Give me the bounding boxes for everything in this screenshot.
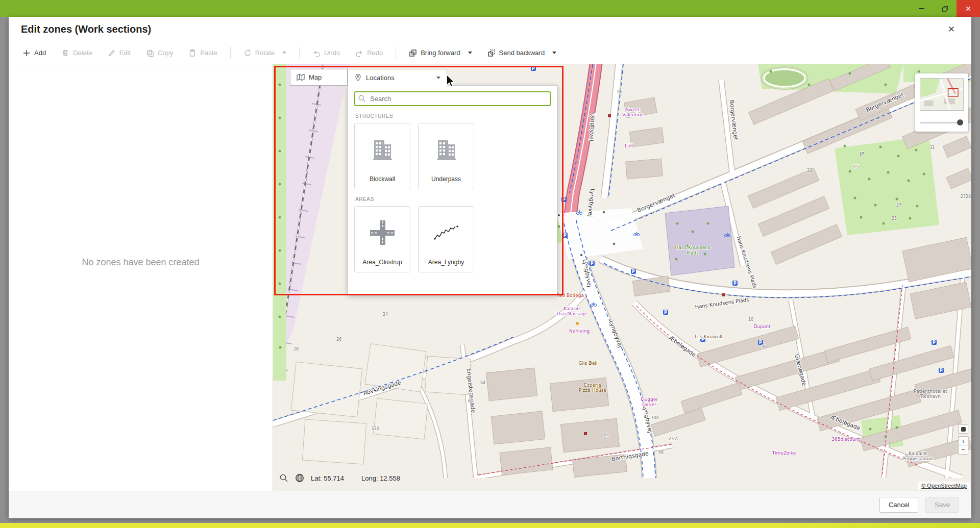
copy-button[interactable]: Copy bbox=[139, 45, 180, 61]
map-zoom-controls: + − bbox=[958, 424, 968, 455]
location-card-blockwall[interactable]: Blockwall bbox=[354, 123, 410, 189]
map-poi-label: Time2bike bbox=[772, 450, 796, 456]
send-backward-dropdown-caret-icon[interactable] bbox=[552, 52, 556, 54]
dialog-title: Edit zones (Work sections) bbox=[21, 23, 944, 35]
map-poi-label: Kalaallit bbox=[909, 451, 927, 456]
parking-icon: P bbox=[590, 261, 595, 266]
tab-map[interactable]: Map bbox=[290, 69, 348, 86]
dialog-close-button[interactable]: ✕ bbox=[944, 22, 959, 37]
bring-forward-button[interactable]: Bring forward bbox=[402, 45, 478, 61]
toolbar-separator bbox=[396, 47, 396, 59]
paste-button[interactable]: Paste bbox=[182, 45, 224, 61]
redo-button[interactable]: Redo bbox=[349, 45, 389, 61]
map-house-number: 27 bbox=[896, 203, 901, 208]
parking-icon: P bbox=[561, 197, 567, 202]
map-house-number: 33 bbox=[807, 168, 812, 173]
map-poi-label: Lidl bbox=[625, 143, 633, 148]
toolbar: Add Delete Edit Copy Paste Rotate bbox=[9, 42, 971, 64]
location-card-area-glostrup[interactable]: Area_Glostrup bbox=[354, 206, 410, 272]
map-status-bar: Lat: 55.714 Long: 12.558 bbox=[279, 473, 405, 483]
search-input[interactable] bbox=[354, 91, 551, 106]
map-area: PPPPPPPPPPPP LyngbyvejLyngbyvejLyngbyvej… bbox=[273, 64, 971, 491]
map-house-number: 81 bbox=[603, 433, 608, 437]
map-poi-label: Plads bbox=[687, 250, 699, 256]
svg-text:P: P bbox=[940, 368, 943, 373]
toolbar-separator bbox=[230, 47, 231, 59]
map-house-number: 15 bbox=[853, 165, 859, 169]
map-poi-label: Kalasin bbox=[564, 306, 580, 311]
globe-icon[interactable] bbox=[295, 473, 304, 483]
building-icon bbox=[368, 135, 397, 164]
map-house-number: 26 bbox=[336, 337, 341, 342]
edit-button[interactable]: Edit bbox=[101, 45, 137, 61]
map-poi-label: Pizza House bbox=[579, 388, 606, 393]
toolbar-separator bbox=[299, 47, 300, 59]
restore-icon bbox=[941, 5, 948, 12]
delete-button[interactable]: Delete bbox=[55, 45, 99, 61]
window-close-icon: ✕ bbox=[965, 5, 971, 13]
tab-map-label: Map bbox=[309, 73, 322, 81]
zoom-out-button[interactable]: − bbox=[958, 445, 968, 455]
parking-icon: P bbox=[663, 310, 668, 315]
map-search-icon[interactable] bbox=[279, 473, 288, 483]
save-button[interactable]: Save bbox=[925, 497, 959, 513]
map-house-number: 64 bbox=[480, 381, 485, 385]
undo-button[interactable]: Undo bbox=[306, 45, 347, 61]
zoom-in-button[interactable]: + bbox=[958, 436, 968, 445]
longitude-readout: Long: 12.558 bbox=[361, 474, 405, 482]
card-label: Area_Lyngby bbox=[428, 259, 464, 272]
cancel-button[interactable]: Cancel bbox=[879, 497, 918, 513]
window-close-button[interactable]: ✕ bbox=[957, 0, 980, 17]
map-poi-label: Farver bbox=[642, 402, 656, 407]
map-house-number: 25 bbox=[892, 216, 897, 221]
zones-empty-message: No zones have been created bbox=[82, 257, 199, 268]
send-backward-icon bbox=[487, 49, 496, 57]
rotate-dropdown-caret-icon[interactable] bbox=[282, 52, 286, 54]
svg-text:P: P bbox=[632, 269, 635, 274]
map-house-number: 17 bbox=[859, 152, 864, 157]
overview-minimap[interactable] bbox=[915, 73, 968, 132]
svg-text:P: P bbox=[532, 66, 535, 71]
location-card-area-lyngby[interactable]: Area_Lyngby bbox=[418, 206, 474, 272]
fit-view-button[interactable] bbox=[958, 424, 968, 434]
map-house-number: 68 bbox=[658, 450, 664, 455]
card-label: Blockwall bbox=[370, 175, 395, 189]
map-poi-label: 365discount bbox=[831, 437, 860, 442]
svg-text:P: P bbox=[591, 261, 594, 266]
bring-forward-dropdown-caret-icon[interactable] bbox=[468, 52, 472, 54]
zoom-slider-knob[interactable] bbox=[957, 119, 963, 125]
minimap-thumbnail bbox=[920, 78, 964, 111]
map-poi-label: Esperia bbox=[584, 383, 601, 388]
svg-text:P: P bbox=[733, 281, 737, 286]
map-poi-label: Red Bodega bbox=[556, 293, 584, 298]
latitude-readout: Lat: 55.714 bbox=[311, 474, 355, 482]
add-button[interactable]: Add bbox=[16, 45, 53, 61]
map-house-number: 70A bbox=[651, 416, 659, 420]
locations-dropdown-caret-icon[interactable] bbox=[436, 77, 440, 79]
send-backward-button[interactable]: Send backward bbox=[481, 45, 564, 61]
window-minimize-button[interactable] bbox=[910, 0, 933, 17]
parking-icon: P bbox=[732, 281, 738, 286]
location-card-underpass[interactable]: Underpass bbox=[418, 123, 474, 189]
parking-icon: P bbox=[531, 66, 536, 71]
window-titlebar: ✕ bbox=[0, 0, 980, 17]
minimap-zoom-slider[interactable] bbox=[920, 119, 964, 125]
window-restore-button[interactable] bbox=[933, 0, 957, 17]
map-poi-label: Norliving bbox=[569, 329, 590, 334]
map-icon bbox=[297, 73, 305, 81]
parking-icon: P bbox=[939, 368, 944, 373]
dialog-footer: Cancel Save bbox=[9, 491, 971, 518]
tab-locations[interactable]: Locations bbox=[348, 69, 447, 86]
locations-dropdown-panel: STRUCTURES bbox=[348, 85, 557, 295]
map-poi-label: Li's Kinagrill bbox=[695, 334, 722, 339]
map-poi-label: Sweet bbox=[626, 107, 640, 112]
undo-icon bbox=[312, 49, 321, 57]
map-poi-label: Flugger bbox=[641, 397, 658, 402]
minimize-icon bbox=[919, 8, 924, 9]
map-house-number: 60 bbox=[468, 399, 473, 404]
rotate-button[interactable]: Rotate bbox=[237, 45, 293, 61]
map-house-number: 31 bbox=[929, 145, 935, 150]
svg-text:P: P bbox=[933, 340, 936, 345]
card-label: Underpass bbox=[431, 175, 461, 189]
osm-attribution-link[interactable]: © OpenStreetMap bbox=[918, 482, 970, 490]
